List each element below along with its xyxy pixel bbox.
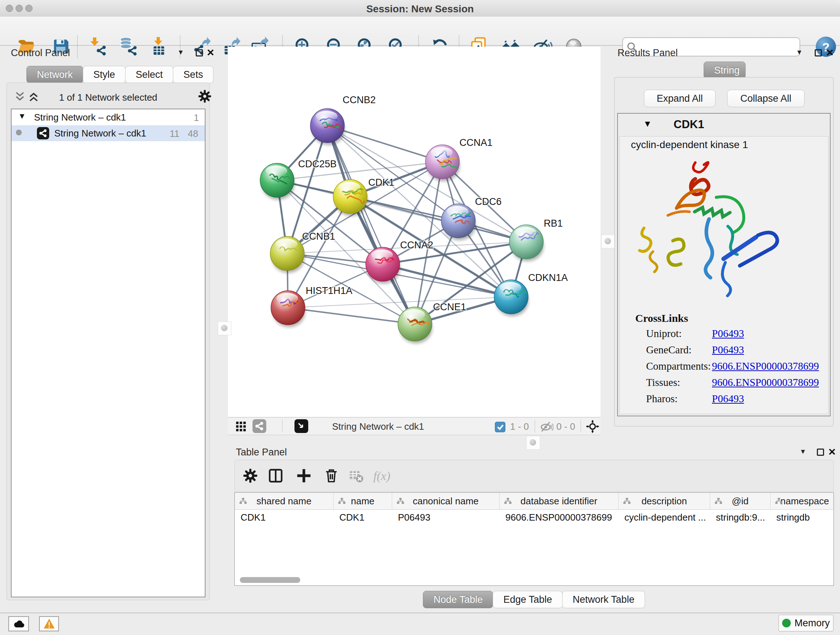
tab-style[interactable]: Style xyxy=(83,66,126,83)
table-cell[interactable]: cyclin-dependent ... xyxy=(619,510,710,525)
crosslinks-list: Uniprot:P06493GeneCard:P06493Compartment… xyxy=(617,328,827,409)
network-node-CDKN1A[interactable]: CDKN1A xyxy=(494,272,568,317)
show-columns-icon[interactable] xyxy=(268,468,284,484)
cloud-icon[interactable] xyxy=(8,616,29,631)
node-label-HIST1H1A: HIST1H1A xyxy=(306,285,352,296)
network-node-CDC25B[interactable]: CDC25B xyxy=(260,158,337,200)
table-panel-close-icon[interactable]: × xyxy=(829,448,836,455)
column-header-database-identifier[interactable]: database identifier xyxy=(500,493,619,509)
import-network-database-icon[interactable] xyxy=(118,36,139,57)
table-cell[interactable]: CDK1 xyxy=(333,510,392,525)
tab-sets[interactable]: Sets xyxy=(173,66,213,83)
collapse-all-button[interactable]: Collapse All xyxy=(727,90,805,107)
node-label-CCNA1: CCNA1 xyxy=(459,137,493,148)
control-panel-tabs: NetworkStyleSelectSets xyxy=(27,66,213,83)
import-network-icon[interactable] xyxy=(88,36,109,57)
table-cell[interactable]: CDK1 xyxy=(235,510,333,525)
expand-all-button[interactable]: Expand All xyxy=(644,90,715,107)
window-title: Session: New Session xyxy=(0,3,840,15)
birdseye-view-icon[interactable] xyxy=(294,419,308,433)
tab-edge-table[interactable]: Edge Table xyxy=(493,591,562,608)
warning-icon[interactable] xyxy=(39,616,59,631)
column-header-description[interactable]: description xyxy=(619,493,710,509)
left-splitter-handle[interactable] xyxy=(218,321,232,335)
node-label-CDK1: CDK1 xyxy=(368,177,394,188)
table-cell[interactable]: P06493 xyxy=(392,510,500,525)
delete-table-icon[interactable] xyxy=(348,468,364,484)
network-row[interactable]: String Network – cdk1 11 48 xyxy=(11,125,205,141)
right-splitter-handle[interactable] xyxy=(601,234,615,249)
memory-button[interactable]: Memory xyxy=(778,615,834,631)
control-panel-float-icon[interactable] xyxy=(196,49,203,57)
attribute-icon xyxy=(396,497,404,505)
results-panel-close-icon[interactable]: × xyxy=(826,49,834,56)
attribute-icon xyxy=(775,497,783,505)
grid-view-icon[interactable] xyxy=(235,421,247,432)
network-node-CCNA1[interactable]: CCNA1 xyxy=(425,137,493,181)
crosshair-icon[interactable] xyxy=(585,419,600,434)
crosslink-link[interactable]: P06493 xyxy=(712,344,744,356)
memory-status-dot xyxy=(782,619,791,627)
hidden-eye-icon[interactable] xyxy=(540,420,554,433)
network-tree: ▼ String Network – cdk1 1 String Network… xyxy=(11,109,205,597)
network-node-RB1[interactable]: RB1 xyxy=(509,218,563,261)
table-horizontal-scrollbar[interactable] xyxy=(240,577,300,583)
tab-network-table[interactable]: Network Table xyxy=(562,591,645,608)
node-label-CCNB1: CCNB1 xyxy=(302,231,335,242)
network-node-CCNB1[interactable]: CCNB1 xyxy=(270,231,335,273)
selected-checkbox-icon[interactable] xyxy=(495,422,505,432)
table-panel-float-icon[interactable] xyxy=(817,448,824,456)
protein-collapse-triangle-icon[interactable]: ▼ xyxy=(643,119,652,129)
add-column-icon[interactable] xyxy=(296,468,312,484)
control-panel-menu-icon[interactable]: ▾ xyxy=(179,48,183,57)
crosslink-label: GeneCard: xyxy=(646,344,692,356)
table-header-row: shared namenamecanonical namedatabase id… xyxy=(235,493,834,510)
tab-node-table[interactable]: Node Table xyxy=(423,591,493,608)
tab-select[interactable]: Select xyxy=(125,66,173,83)
tab-network[interactable]: Network xyxy=(27,66,83,83)
table-cell[interactable]: stringdb:9... xyxy=(710,510,771,525)
node-label-CDC6: CDC6 xyxy=(475,196,502,207)
network-canvas[interactable]: CCNB2CCNA1CDC25BCDK1CDC6RB1CCNB1CCNA2CDK… xyxy=(228,47,600,417)
column-header-shared-name[interactable]: shared name xyxy=(235,493,333,509)
control-panel-close-icon[interactable]: × xyxy=(207,49,214,56)
status-bar: Memory xyxy=(0,613,840,635)
crosslink-link[interactable]: 9606.ENSP00000378699 xyxy=(712,360,819,372)
network-options-gear-icon[interactable] xyxy=(197,89,212,103)
crosslink-label: Compartments: xyxy=(646,360,711,372)
network-node-CDK1[interactable]: CDK1 xyxy=(333,177,394,216)
network-type-icon xyxy=(37,127,49,139)
results-panel-float-icon[interactable] xyxy=(815,49,822,57)
attribute-icon xyxy=(338,497,346,505)
network-edge-CCNE1-HIST1H1A[interactable] xyxy=(288,308,415,324)
crosslink-link[interactable]: P06493 xyxy=(712,328,744,340)
network-share-icon[interactable] xyxy=(253,419,266,433)
collapse-triangle-icon[interactable]: ▼ xyxy=(18,111,26,121)
control-panel-title: Control Panel xyxy=(11,48,70,59)
network-status-dot xyxy=(16,130,22,135)
column-header-name[interactable]: name xyxy=(333,493,392,509)
tab-string[interactable]: String xyxy=(704,62,745,79)
import-table-icon[interactable] xyxy=(148,36,169,57)
attribute-icon xyxy=(714,497,722,505)
column-header-@id[interactable]: @id xyxy=(710,493,771,509)
function-builder-icon[interactable]: f(x) xyxy=(373,469,390,483)
table-settings-gear-icon[interactable] xyxy=(242,468,258,484)
crosslink-link[interactable]: P06493 xyxy=(712,393,744,405)
toolbar-separator xyxy=(77,35,78,58)
network-collection-row[interactable]: ▼ String Network – cdk1 1 xyxy=(11,109,205,125)
crosslink-link[interactable]: 9606.ENSP00000378699 xyxy=(712,377,819,388)
column-header-namespace[interactable]: namespace xyxy=(771,493,834,509)
node-label-CCNB2: CCNB2 xyxy=(343,95,376,105)
table-cell[interactable]: 9606.ENSP00000378699 xyxy=(500,510,619,525)
delete-column-icon[interactable] xyxy=(324,468,339,484)
table-row[interactable]: CDK1CDK1P064939606.ENSP00000378699cyclin… xyxy=(235,510,834,525)
node-label-RB1: RB1 xyxy=(544,218,563,229)
table-panel-menu-icon[interactable]: ▾ xyxy=(801,447,805,456)
results-panel-menu-icon[interactable]: ▾ xyxy=(797,48,801,57)
protein-structure-image xyxy=(633,154,792,313)
crosslink-label: Uniprot: xyxy=(646,328,682,340)
column-header-canonical-name[interactable]: canonical name xyxy=(392,493,500,509)
horizontal-splitter-handle[interactable] xyxy=(526,436,540,450)
table-cell[interactable]: stringdb xyxy=(771,510,834,525)
